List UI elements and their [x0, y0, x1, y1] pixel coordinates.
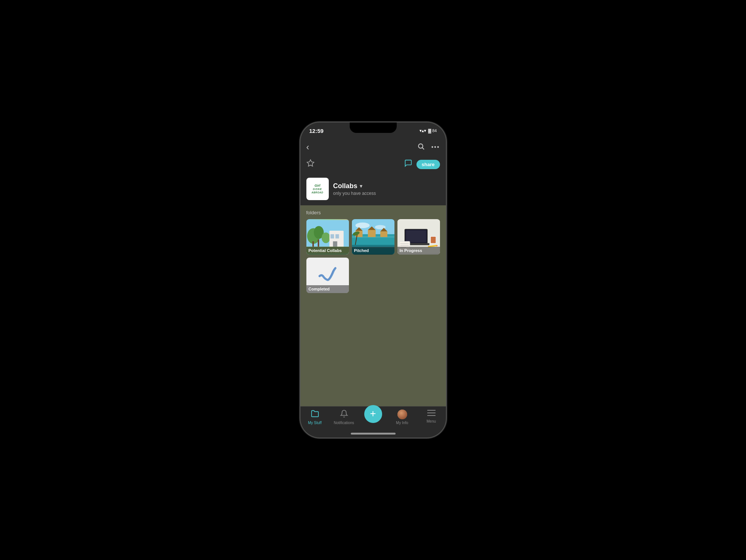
- home-indicator: [351, 433, 396, 435]
- svg-rect-23: [380, 231, 387, 237]
- svg-line-1: [422, 147, 424, 149]
- status-bar: 12:59 ▾▴▾ ▓ 84: [300, 122, 446, 139]
- avatar: [397, 410, 407, 419]
- plus-icon: +: [370, 408, 376, 419]
- logo-line3: ABROAD: [312, 191, 324, 194]
- folder-label-completed: Completed: [306, 285, 349, 293]
- dropdown-arrow-icon[interactable]: ▾: [360, 183, 362, 189]
- svg-point-6: [321, 233, 330, 243]
- folder-label-potential: Potential Collabs: [306, 247, 349, 255]
- svg-rect-35: [431, 237, 436, 243]
- folder-pitched[interactable]: Pitched: [352, 219, 394, 255]
- folders-row2: Completed: [306, 258, 440, 293]
- search-button[interactable]: [417, 143, 425, 152]
- share-button[interactable]: share: [416, 160, 440, 169]
- logo-line1: Girl: [312, 184, 324, 188]
- tab-add[interactable]: +: [362, 408, 384, 423]
- status-time: 12:59: [309, 128, 324, 134]
- favorite-button[interactable]: [306, 159, 315, 169]
- svg-rect-32: [406, 230, 426, 242]
- tab-notifications[interactable]: Notifications: [333, 410, 355, 425]
- profile-name: Collabs ▾: [333, 182, 376, 190]
- back-button[interactable]: ‹: [306, 142, 309, 152]
- menu-icon: [427, 410, 436, 418]
- tab-menu[interactable]: Menu: [420, 410, 443, 423]
- notifications-icon: [340, 410, 348, 419]
- my-stuff-icon: [310, 410, 319, 419]
- nav-bar: ‹ •••: [300, 139, 446, 155]
- profile-logo: Girl GONE ABROAD: [306, 178, 329, 200]
- svg-rect-21: [368, 230, 375, 237]
- header-section: share: [300, 155, 446, 175]
- tab-my-stuff[interactable]: My Stuff: [304, 410, 326, 425]
- folder-label-pitched: Pitched: [352, 247, 394, 255]
- folders-grid: Potential Collabs: [306, 219, 440, 255]
- folder-potential-collabs[interactable]: Potential Collabs: [306, 219, 349, 255]
- chat-button[interactable]: [404, 159, 413, 169]
- folder-in-progress[interactable]: In Progress: [397, 219, 440, 255]
- wifi-icon: ▾▴▾: [419, 128, 426, 133]
- content-area: folders: [300, 205, 446, 406]
- add-button[interactable]: +: [364, 405, 382, 423]
- notch: [350, 122, 397, 133]
- svg-rect-10: [330, 234, 334, 238]
- folder-completed[interactable]: Completed: [306, 258, 349, 293]
- folders-label: folders: [306, 210, 440, 215]
- logo-line2: GONE: [312, 188, 324, 191]
- tab-my-info[interactable]: My Info: [391, 410, 413, 425]
- battery-icon: ▓ 84: [428, 128, 437, 133]
- tab-label-notifications: Notifications: [334, 421, 354, 425]
- tab-label-my-stuff: My Stuff: [308, 421, 322, 425]
- svg-point-15: [355, 223, 369, 228]
- tab-label-menu: Menu: [427, 419, 436, 423]
- profile-row: Girl GONE ABROAD Collabs ▾ only you have…: [300, 175, 446, 205]
- tab-label-my-info: My Info: [396, 421, 408, 425]
- status-icons: ▾▴▾ ▓ 84: [419, 128, 437, 133]
- svg-point-0: [418, 144, 423, 148]
- profile-access: only you have access: [333, 191, 376, 196]
- svg-marker-2: [307, 160, 313, 166]
- svg-rect-11: [335, 234, 339, 238]
- folder-label-inprogress: In Progress: [397, 247, 440, 255]
- more-button[interactable]: •••: [431, 144, 440, 150]
